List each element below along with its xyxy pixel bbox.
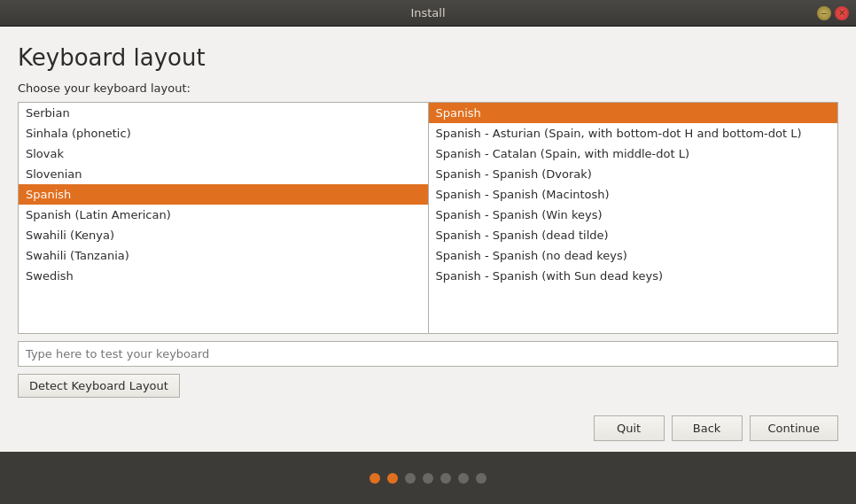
keyboard-test-input[interactable] — [18, 341, 838, 367]
progress-dot-3 — [423, 473, 433, 484]
list-item[interactable]: Spanish — [429, 103, 838, 123]
instruction-text: Choose your keyboard layout: — [18, 81, 838, 95]
list-item[interactable]: Swahili (Tanzania) — [19, 245, 428, 266]
continue-button[interactable]: Continue — [750, 415, 838, 441]
progress-dot-1 — [387, 473, 398, 484]
nav-buttons: Quit Back Continue — [0, 408, 856, 452]
progress-dot-2 — [405, 473, 416, 484]
list-item[interactable]: Spanish - Spanish (Dvorak) — [429, 164, 838, 184]
list-item[interactable]: Spanish - Spanish (no dead keys) — [429, 245, 838, 266]
bottom-section: Detect Keyboard Layout — [0, 367, 856, 408]
quit-button[interactable]: Quit — [594, 415, 665, 441]
main-window: Keyboard layout Choose your keyboard lay… — [0, 27, 856, 452]
keyboard-lists: SerbianSinhala (phonetic)SlovakSlovenian… — [18, 102, 838, 334]
list-item[interactable]: Serbian — [19, 103, 428, 123]
list-item[interactable]: Swedish — [19, 266, 428, 286]
content-area: Choose your keyboard layout: SerbianSinh… — [0, 81, 856, 367]
progress-dot-6 — [476, 473, 486, 484]
list-item[interactable]: Slovenian — [19, 164, 428, 184]
left-layout-list[interactable]: SerbianSinhala (phonetic)SlovakSlovenian… — [19, 103, 429, 333]
page-title: Keyboard layout — [18, 44, 838, 71]
list-item[interactable]: Spanish - Spanish (with Sun dead keys) — [429, 266, 838, 286]
window-title: Install — [410, 6, 445, 19]
progress-dot-5 — [458, 473, 469, 484]
list-item[interactable]: Spanish - Catalan (Spain, with middle-do… — [429, 143, 838, 164]
list-item[interactable]: Spanish - Spanish (Macintosh) — [429, 184, 838, 205]
detect-keyboard-button[interactable]: Detect Keyboard Layout — [18, 374, 180, 398]
minimize-button[interactable]: – — [817, 6, 831, 20]
titlebar: Install – ✕ — [0, 0, 856, 27]
dots-bar — [0, 452, 856, 504]
list-item[interactable]: Spanish (Latin American) — [19, 205, 428, 225]
list-item[interactable]: Spanish - Spanish (dead tilde) — [429, 225, 838, 245]
list-item[interactable]: Spanish - Spanish (Win keys) — [429, 205, 838, 225]
progress-dot-4 — [440, 473, 451, 484]
back-button[interactable]: Back — [672, 415, 743, 441]
list-item[interactable]: Spanish — [19, 184, 428, 205]
list-item[interactable]: Spanish - Asturian (Spain, with bottom-d… — [429, 123, 838, 143]
right-layout-list[interactable]: SpanishSpanish - Asturian (Spain, with b… — [429, 103, 838, 333]
test-input-area — [18, 341, 838, 367]
list-item[interactable]: Sinhala (phonetic) — [19, 123, 428, 143]
list-item[interactable]: Swahili (Kenya) — [19, 225, 428, 245]
close-button[interactable]: ✕ — [835, 6, 849, 20]
progress-dot-0 — [370, 473, 380, 484]
page-header: Keyboard layout — [0, 27, 856, 81]
list-item[interactable]: Slovak — [19, 143, 428, 164]
